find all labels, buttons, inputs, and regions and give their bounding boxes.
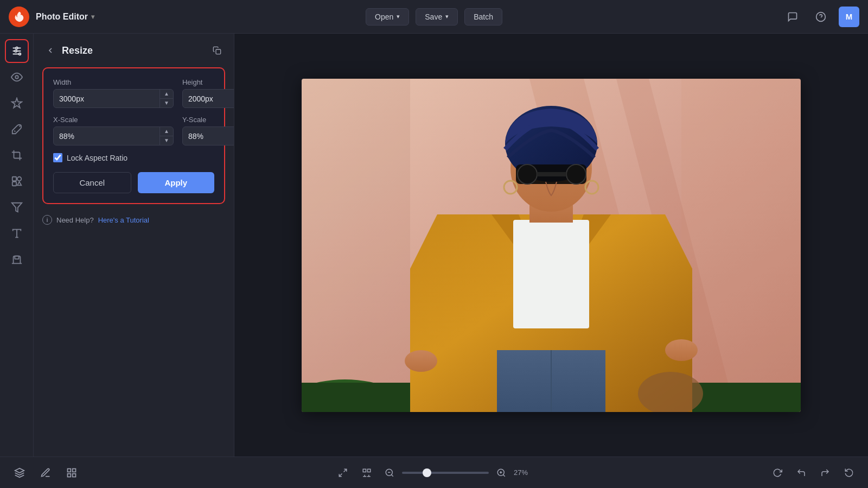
- x-scale-input[interactable]: [54, 128, 159, 145]
- zoom-percent-label: 27%: [514, 468, 535, 477]
- help-button[interactable]: [810, 7, 831, 27]
- height-label: Height: [182, 78, 234, 86]
- svg-point-35: [518, 164, 537, 184]
- svg-marker-45: [15, 468, 24, 472]
- refresh-button[interactable]: [767, 462, 788, 483]
- help-icon: [815, 11, 826, 22]
- y-scale-field: Y-Scale ▲ ▼: [182, 116, 234, 145]
- width-increment-button[interactable]: ▲: [160, 90, 173, 98]
- grid-button[interactable]: [61, 462, 82, 484]
- fit-icon: [338, 468, 348, 478]
- svg-line-12: [14, 131, 15, 132]
- tool-text[interactable]: [5, 221, 29, 245]
- zoom-slider[interactable]: [402, 472, 489, 474]
- tool-effects[interactable]: [5, 91, 29, 115]
- svg-rect-21: [216, 49, 221, 54]
- zoom-fit-button[interactable]: [356, 462, 377, 483]
- svg-rect-49: [68, 473, 71, 477]
- svg-marker-17: [11, 203, 21, 212]
- svg-point-8: [16, 47, 18, 49]
- topbar-center-actions: Open ▾ Save ▾ Batch: [366, 8, 502, 26]
- topbar-right-actions: M: [782, 7, 859, 27]
- redo-icon: [820, 468, 830, 478]
- svg-marker-16: [17, 182, 21, 185]
- panel-title: Resize: [62, 45, 93, 56]
- zoom-in-button[interactable]: [492, 464, 510, 482]
- y-scale-label: Y-Scale: [182, 116, 234, 124]
- tool-crop[interactable]: [5, 143, 29, 167]
- width-decrement-button[interactable]: ▼: [160, 99, 173, 107]
- dimensions-row: Width ▲ ▼ Height: [53, 78, 214, 108]
- save-label: Save: [425, 12, 442, 21]
- x-scale-input-spinner: ▲ ▼: [53, 126, 174, 145]
- photo-image: [302, 79, 801, 412]
- svg-point-41: [665, 339, 698, 361]
- help-row: i Need Help? Here's a Tutorial: [42, 215, 225, 225]
- bottom-toolbar: 27%: [0, 457, 868, 488]
- app-logo: [9, 7, 29, 27]
- x-scale-decrement-button[interactable]: ▼: [160, 136, 173, 145]
- svg-rect-53: [368, 469, 371, 472]
- svg-point-40: [405, 350, 437, 372]
- tool-shapes[interactable]: [5, 169, 29, 193]
- svg-rect-30: [513, 220, 589, 328]
- open-chevron: ▾: [397, 13, 400, 20]
- undo-icon: [796, 468, 806, 478]
- zoom-plus-icon: [496, 468, 506, 478]
- app-name-dropdown[interactable]: Photo Editor ▾: [36, 12, 94, 22]
- main-area: Resize Width ▲ ▼: [0, 34, 868, 457]
- back-arrow-icon: [46, 46, 55, 55]
- height-field: Height ▲ ▼: [182, 78, 234, 108]
- copy-icon: [213, 46, 221, 55]
- fit-button[interactable]: [333, 462, 353, 483]
- svg-rect-25: [302, 79, 410, 412]
- reset-button[interactable]: [839, 462, 859, 483]
- tool-filters[interactable]: [5, 195, 29, 219]
- zoom-out-button[interactable]: [380, 464, 399, 482]
- x-scale-increment-button[interactable]: ▲: [160, 127, 173, 136]
- svg-rect-52: [363, 469, 366, 472]
- x-scale-spinner-buttons: ▲ ▼: [159, 127, 173, 145]
- tool-paint[interactable]: [5, 117, 29, 141]
- grid-icon: [66, 467, 77, 478]
- y-scale-input[interactable]: [183, 128, 234, 145]
- width-field: Width ▲ ▼: [53, 78, 174, 108]
- width-input[interactable]: [54, 90, 159, 107]
- save-button[interactable]: Save ▾: [416, 8, 458, 26]
- svg-rect-13: [12, 177, 16, 181]
- back-button[interactable]: [42, 42, 59, 59]
- zoom-minus-icon: [385, 468, 394, 478]
- lock-aspect-checkbox[interactable]: [53, 153, 62, 162]
- lock-aspect-label[interactable]: Lock Aspect Ratio: [67, 154, 127, 162]
- apply-button[interactable]: Apply: [138, 172, 215, 193]
- reset-icon: [844, 468, 854, 478]
- topbar: Photo Editor ▾ Open ▾ Save ▾ Batch: [0, 0, 868, 34]
- edit-button[interactable]: [35, 462, 56, 484]
- svg-line-58: [503, 474, 505, 476]
- batch-button[interactable]: Batch: [464, 8, 502, 26]
- messages-button[interactable]: [782, 7, 803, 27]
- app-name-chevron: ▾: [91, 13, 94, 21]
- tool-stamp[interactable]: [5, 248, 29, 271]
- width-label: Width: [53, 78, 174, 86]
- tool-preview[interactable]: [5, 65, 29, 89]
- layers-icon: [14, 467, 25, 478]
- app-name-label: Photo Editor: [36, 12, 88, 22]
- undo-button[interactable]: [791, 462, 812, 483]
- cancel-button[interactable]: Cancel: [53, 172, 131, 193]
- help-text: Need Help?: [56, 216, 94, 224]
- open-button[interactable]: Open ▾: [366, 8, 409, 26]
- svg-rect-48: [73, 473, 76, 477]
- paint-icon: [11, 123, 23, 135]
- tool-adjustments[interactable]: [5, 39, 29, 63]
- resize-card: Width ▲ ▼ Height: [42, 67, 225, 204]
- redo-button[interactable]: [815, 462, 835, 483]
- tutorial-link[interactable]: Here's a Tutorial: [98, 216, 149, 224]
- user-avatar-button[interactable]: M: [839, 7, 859, 27]
- copy-panel-button[interactable]: [209, 42, 225, 59]
- crop-icon: [11, 149, 23, 161]
- zoom-slider-container: [402, 472, 489, 474]
- height-input[interactable]: [183, 90, 234, 107]
- layers-button[interactable]: [9, 462, 30, 484]
- width-spinner-buttons: ▲ ▼: [159, 90, 173, 107]
